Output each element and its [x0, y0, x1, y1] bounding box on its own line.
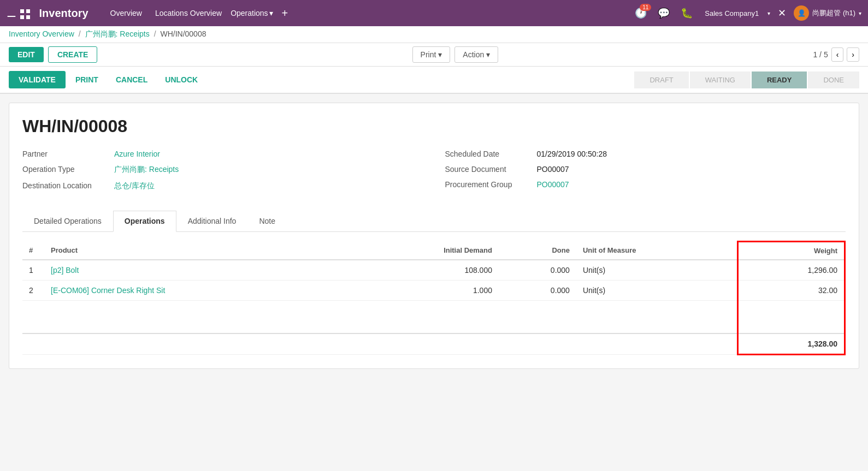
procurement-group-value[interactable]: PO00007: [537, 180, 569, 189]
chat-icon[interactable]: 💬: [658, 7, 670, 19]
svg-rect-0: [20, 9, 24, 13]
dest-location-label: Destination Location: [22, 181, 110, 190]
status-bar: VALIDATE PRINT CANCEL UNLOCK DRAFT WAITI…: [0, 67, 868, 94]
table-row: 2 [E-COM06] Corner Desk Right Sit 1.000 …: [22, 281, 845, 301]
svg-rect-3: [26, 15, 30, 19]
field-partner: Partner Azure Interior: [22, 150, 423, 158]
tab-note[interactable]: Note: [247, 211, 287, 231]
table-row: [22, 301, 845, 333]
empty-demand: [351, 301, 499, 333]
tab-operations[interactable]: Operations: [113, 211, 176, 232]
tab-additional-info[interactable]: Additional Info: [176, 211, 248, 231]
action-label: Action: [463, 50, 484, 59]
clock-icon[interactable]: 🕐11: [635, 7, 647, 19]
nav-overview[interactable]: Overview: [106, 7, 146, 20]
user-menu[interactable]: 👤 尚鹏超管 (h1) ▾: [794, 5, 861, 21]
total-weight: 1,328.00: [738, 333, 845, 355]
table-total-row: 1,328.00: [22, 333, 845, 355]
row2-product[interactable]: [E-COM06] Corner Desk Right Sit: [44, 281, 351, 301]
field-destination-location: Destination Location 总仓/库存位: [22, 181, 423, 191]
company-selector[interactable]: Sales Company1: [705, 9, 759, 17]
table-row: 1 [p2] Bolt 108.000 0.000 Unit(s) 1,296.…: [22, 260, 845, 281]
breadcrumb-receipts[interactable]: 广州尚鹏: Receipts: [85, 29, 150, 38]
breadcrumb-sep1: /: [79, 29, 83, 38]
field-procurement-group: Procurement Group PO00007: [445, 180, 846, 189]
app-brand: Inventory: [39, 7, 88, 20]
unlock-button[interactable]: UNLOCK: [157, 71, 205, 88]
main-content: WH/IN/00008 Partner Azure Interior Opera…: [9, 103, 859, 369]
pagination: 1 / 5 ‹ ›: [813, 47, 859, 62]
tab-detailed-operations[interactable]: Detailed Operations: [22, 211, 113, 231]
prev-button[interactable]: ‹: [831, 47, 844, 62]
col-header-uom: Unit of Measure: [576, 242, 738, 260]
tabs: Detailed Operations Operations Additiona…: [22, 211, 846, 232]
operation-type-label: Operation Type: [22, 165, 110, 174]
grid-icon[interactable]: ⚊︎: [7, 7, 31, 20]
nav-locations-overview[interactable]: Locations Overview: [151, 7, 226, 20]
print-button[interactable]: Print ▾: [412, 46, 451, 63]
dest-location-value[interactable]: 总仓/库存位: [114, 181, 155, 191]
field-source-document: Source Document PO00007: [445, 165, 846, 174]
row2-done: 0.000: [499, 281, 576, 301]
operations-table: # Product Initial Demand Done Unit of Me…: [22, 241, 846, 355]
svg-rect-2: [20, 15, 24, 19]
row2-weight: 32.00: [738, 281, 845, 301]
close-button[interactable]: ✕: [778, 7, 786, 19]
row1-initial-demand: 108.000: [351, 260, 499, 281]
form-col-right: Scheduled Date 01/29/2019 00:50:28 Sourc…: [445, 150, 846, 198]
next-button[interactable]: ›: [847, 47, 859, 62]
empty-done: [499, 301, 576, 333]
table-header-row: # Product Initial Demand Done Unit of Me…: [22, 242, 845, 260]
source-doc-label: Source Document: [445, 165, 533, 174]
row2-num: 2: [22, 281, 44, 301]
breadcrumb-sep2: /: [154, 29, 158, 38]
partner-value[interactable]: Azure Interior: [114, 150, 160, 158]
user-name: 尚鹏超管 (h1): [812, 8, 855, 18]
form-fields: Partner Azure Interior Operation Type 广州…: [22, 150, 846, 198]
status-done: DONE: [808, 71, 859, 88]
operation-type-value[interactable]: 广州尚鹏: Receipts: [114, 165, 179, 175]
empty-num: [22, 301, 44, 333]
status-ready: READY: [752, 71, 807, 88]
field-scheduled-date: Scheduled Date 01/29/2019 00:50:28: [445, 150, 846, 158]
create-button[interactable]: CREATE: [48, 46, 98, 63]
total-demand: [351, 333, 499, 355]
empty-weight: [738, 301, 845, 333]
breadcrumb-inventory-overview[interactable]: Inventory Overview: [9, 29, 74, 38]
print-caret: ▾: [438, 50, 442, 59]
action-bar: EDIT CREATE Print ▾ Action ▾ 1 / 5 ‹ ›: [0, 43, 868, 67]
breadcrumb-doc-id: WH/IN/00008: [160, 29, 206, 38]
top-nav: ⚊︎ Inventory Overview Locations Overview…: [0, 0, 868, 26]
row1-product[interactable]: [p2] Bolt: [44, 260, 351, 281]
total-label: [44, 333, 351, 355]
user-caret: ▾: [859, 10, 861, 16]
row1-uom: Unit(s): [576, 260, 738, 281]
partner-label: Partner: [22, 150, 110, 158]
empty-product: [44, 301, 351, 333]
cancel-button[interactable]: CANCEL: [108, 71, 155, 88]
col-header-done: Done: [499, 242, 576, 260]
row2-uom: Unit(s): [576, 281, 738, 301]
row2-initial-demand: 1.000: [351, 281, 499, 301]
action-button[interactable]: Action ▾: [454, 46, 498, 63]
print-label: Print: [421, 50, 436, 59]
status-draft: DRAFT: [634, 71, 688, 88]
user-avatar: 👤: [794, 5, 809, 21]
col-header-product: Product: [44, 242, 351, 260]
validate-button[interactable]: VALIDATE: [9, 71, 66, 88]
source-doc-value: PO00007: [537, 165, 569, 174]
action-caret: ▾: [486, 50, 490, 59]
add-menu-button[interactable]: +: [282, 7, 288, 20]
status-pipeline: DRAFT WAITING READY DONE: [634, 71, 859, 88]
total-label-num: [22, 333, 44, 355]
breadcrumb-bar: Inventory Overview / 广州尚鹏: Receipts / WH…: [0, 26, 868, 43]
col-header-num: #: [22, 242, 44, 260]
breadcrumb: Inventory Overview / 广州尚鹏: Receipts / WH…: [9, 29, 206, 39]
scheduled-date-label: Scheduled Date: [445, 150, 533, 158]
company-caret: ▾: [767, 10, 770, 16]
print-action-button[interactable]: PRINT: [68, 71, 106, 88]
bug-icon[interactable]: 🐛: [681, 7, 693, 19]
operations-caret: ▾: [269, 9, 273, 17]
edit-button[interactable]: EDIT: [9, 47, 44, 62]
nav-operations[interactable]: Operations ▾: [231, 9, 273, 17]
